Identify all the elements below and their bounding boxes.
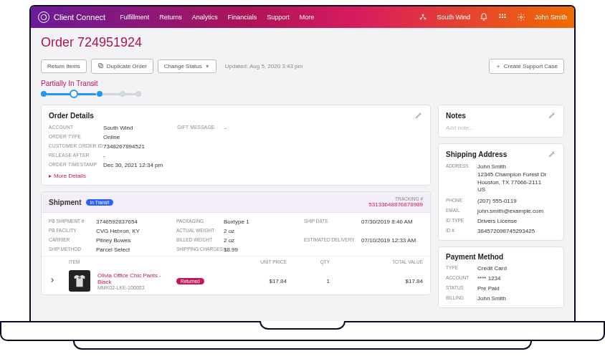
user-name[interactable]: John Smith xyxy=(535,14,567,21)
carrier-value: Pitney Bowes xyxy=(96,237,168,244)
more-details-link[interactable]: ▸ More Details xyxy=(49,173,423,179)
id-type-label: ID TYPE xyxy=(446,218,475,224)
customer-order-id-value: 7348267894521 xyxy=(103,143,163,150)
svg-rect-5 xyxy=(502,14,503,16)
ship-date-value: 07/30/2019 8:46 AM xyxy=(361,219,423,234)
tracking-label: TRACKING # xyxy=(368,196,423,201)
svg-rect-12 xyxy=(98,64,102,67)
svg-rect-4 xyxy=(499,14,500,16)
svg-rect-8 xyxy=(502,16,503,18)
line-total: $17.84 xyxy=(373,278,423,284)
col-item: ITEM xyxy=(69,259,176,264)
pay-type-label: TYPE xyxy=(446,265,475,272)
shipment-heading: Shipment xyxy=(49,198,82,206)
nav-link-analytics[interactable]: Analytics xyxy=(192,14,218,21)
svg-point-10 xyxy=(520,16,522,19)
pb-facility-value: CVG Hebron, KY xyxy=(96,228,168,234)
return-items-label: Return Items xyxy=(47,63,80,70)
action-row: Return Items Duplicate Order Change Stat… xyxy=(41,59,564,74)
payment-method-card: Payment Method TYPECredit Card ACCOUNT**… xyxy=(438,246,564,308)
pay-status-value: Pre Paid xyxy=(477,285,556,292)
order-details-card: Order Details ACCOUNTSouth Wind ORDER TY… xyxy=(41,105,431,186)
id-num-value: 384572098745293425 xyxy=(477,228,556,234)
product-name[interactable]: Olivia Office Chic Pants - Black xyxy=(97,272,176,285)
product-sku: MMK02-LKE-100003 xyxy=(97,285,176,290)
edit-notes-button[interactable] xyxy=(548,111,556,120)
svg-point-13 xyxy=(78,277,81,279)
org-icon xyxy=(418,12,428,22)
pb-facility-label: PB FACILITY xyxy=(49,228,96,234)
chevron-down-icon: ▼ xyxy=(205,64,210,69)
org-name[interactable]: South Wind xyxy=(437,14,470,21)
nav-link-fulfillment[interactable]: Fulfillment xyxy=(120,14,149,21)
updated-text: Updated: Aug 5, 2020 3:43 pm xyxy=(225,63,303,70)
pay-billing-label: BILLING xyxy=(446,295,475,302)
customer-order-id-label: CUSTOMER ORDER ID xyxy=(49,143,99,150)
copy-icon xyxy=(97,62,104,70)
line-item-row: Olivia Office Chic Pants - Black MMK02-L… xyxy=(42,267,430,294)
order-details-heading: Order Details xyxy=(49,112,94,120)
order-type-label: ORDER TYPE xyxy=(49,134,99,140)
ship-method-value: Parcel Select xyxy=(96,246,168,253)
apps-icon[interactable] xyxy=(497,12,508,22)
screen: Client Connect Fulfillment Returns Analy… xyxy=(30,6,575,321)
edit-order-details-button[interactable] xyxy=(415,111,423,120)
expand-row-button[interactable] xyxy=(49,277,69,285)
pay-billing-value: John Smith xyxy=(477,295,556,302)
shipping-heading: Shipping Address xyxy=(446,150,507,158)
brand-logo-icon xyxy=(38,11,49,23)
progress-bar xyxy=(41,90,141,97)
change-status-button[interactable]: Change Status ▼ xyxy=(158,59,216,73)
payment-heading: Payment Method xyxy=(446,253,503,261)
notes-card: Notes Add note... xyxy=(438,105,564,138)
gear-icon[interactable] xyxy=(516,12,526,22)
tracking-number[interactable]: 53133648876878989 xyxy=(368,201,423,208)
release-after-value: - xyxy=(103,153,163,159)
nav-link-returns[interactable]: Returns xyxy=(159,14,182,21)
order-timestamp-label: ORDER TIMESTAMP xyxy=(49,162,99,168)
duplicate-order-label: Duplicate Order xyxy=(107,63,147,70)
email-label: EMAIL xyxy=(446,208,475,214)
phone-label: PHONE xyxy=(446,198,475,204)
ship-date-label: SHIP DATE xyxy=(304,219,361,234)
shipping-address-card: Shipping Address ADDRESS John Smith 1234… xyxy=(438,143,564,241)
addr-street: 12345 Champion Forest Dr xyxy=(477,171,556,179)
nav-link-more[interactable]: More xyxy=(300,14,315,21)
shipping-charges-value: $8.99 xyxy=(224,246,295,253)
gift-message-label: GIFT MESSAGE xyxy=(177,125,220,168)
create-support-case-button[interactable]: ＋ Create Support Case xyxy=(489,59,564,74)
carrier-label: CARRIER xyxy=(49,237,96,244)
addr-city: Houston, TX 77066-2111 xyxy=(477,179,556,187)
packaging-value: Boxtype 1 xyxy=(224,219,295,225)
shipment-status-badge: In Transit xyxy=(86,199,114,206)
est-delivery-label: ESTIMATED DELIVERY xyxy=(304,237,361,253)
col-qty: QTY xyxy=(287,259,330,264)
page-body: Order 724951924 Return Items Duplicate O… xyxy=(31,28,574,321)
change-status-label: Change Status xyxy=(164,63,202,70)
pay-status-label: STATUS xyxy=(446,285,475,292)
account-value: South Wind xyxy=(103,125,163,131)
bell-icon[interactable] xyxy=(479,12,489,22)
release-after-label: RELEASE AFTER xyxy=(49,153,99,159)
order-timestamp-value: Dec 30, 2021 12:34 pm xyxy=(103,162,163,168)
more-details-label: More Details xyxy=(54,173,86,179)
brand[interactable]: Client Connect xyxy=(38,11,105,23)
line-unit-price: $17.84 xyxy=(237,278,287,284)
line-status-pill: Returned xyxy=(176,278,204,284)
phone-value: (207) 555-0119 xyxy=(477,198,556,204)
ship-method-label: SHIP METHOD xyxy=(49,246,96,253)
col-unit-price: UNIT PRICE xyxy=(237,259,287,264)
col-total: TOTAL VALUE xyxy=(373,259,423,264)
svg-rect-6 xyxy=(504,14,505,16)
caret-right-icon: ▸ xyxy=(49,173,52,179)
edit-shipping-button[interactable] xyxy=(548,150,556,159)
id-type-value: Drivers License xyxy=(477,218,556,224)
packaging-label: PACKAGING xyxy=(176,219,224,225)
nav-link-support[interactable]: Support xyxy=(267,14,290,21)
nav-link-financials[interactable]: Financials xyxy=(228,14,257,21)
return-items-button[interactable]: Return Items xyxy=(41,59,87,73)
notes-input[interactable]: Add note... xyxy=(446,125,556,131)
duplicate-order-button[interactable]: Duplicate Order xyxy=(91,59,153,74)
email-value: john.smith@example.com xyxy=(477,208,556,214)
shipping-charges-label: SHIPPING CHARGES xyxy=(176,246,224,253)
